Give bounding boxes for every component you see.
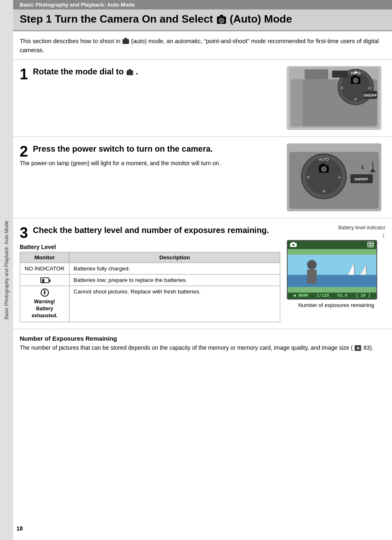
battery-row-3-monitor: ℹ Warning!Batteryexhausted. xyxy=(20,286,69,322)
intro-text-1: This section describes how to shoot in xyxy=(20,38,120,44)
step-2-left: 2 Press the power switch to turn on the … xyxy=(20,143,280,211)
camera-icon xyxy=(217,16,226,24)
step-2: 2 Press the power switch to turn on the … xyxy=(13,137,392,218)
step-3-heading: Check the battery level and number of ex… xyxy=(33,225,269,235)
svg-rect-42 xyxy=(307,270,317,284)
svg-rect-40 xyxy=(288,275,376,287)
svg-rect-34 xyxy=(292,242,295,244)
battery-level-indicator-label: Battery level indicator ↓ xyxy=(287,225,385,239)
svg-rect-14 xyxy=(291,79,303,127)
svg-text:P: P xyxy=(355,97,357,102)
lcd-camera-icon xyxy=(290,242,297,248)
svg-rect-9 xyxy=(353,75,357,78)
exposures-remaining-label: Number of exposures remaining xyxy=(287,302,385,308)
col-monitor: Monitor xyxy=(20,252,69,263)
page-title: Step 1 Turn the Camera On and Select (Au… xyxy=(20,13,385,25)
step-2-body: The power-on lamp (green) will light for… xyxy=(20,159,280,168)
header-subtitle: Basic Photography and Playback: Auto Mod… xyxy=(20,2,135,8)
battery-level-label: Battery Level xyxy=(20,244,280,250)
step-1-right: AUTO P S A ON/OFF xyxy=(287,66,385,130)
step-2-right: AUTO P S A ON/OFF xyxy=(287,143,385,211)
svg-text:A: A xyxy=(368,86,371,90)
step-2-number: 2 xyxy=(20,144,28,159)
battery-row-2-desc: Batteries low; prepare to replace the ba… xyxy=(69,274,280,286)
lcd-memory-icon xyxy=(367,242,374,248)
intro-camera-icon xyxy=(122,39,129,44)
mode-dial-svg: AUTO P S A ON/OFF xyxy=(289,67,379,128)
intro-text: This section describes how to shoot in (… xyxy=(13,31,392,60)
exposures-section: Number of Exposures Remaining The number… xyxy=(13,329,392,357)
power-switch-svg: AUTO P S A ON/OFF xyxy=(287,143,381,211)
step-3-left: 3 Check the battery level and number of … xyxy=(20,225,280,322)
battery-row-1-desc: Batteries fully charged. xyxy=(69,263,280,274)
svg-text:AUTO: AUTO xyxy=(319,157,329,162)
svg-rect-15 xyxy=(304,69,328,79)
exposures-text: The number of pictures that can be store… xyxy=(20,344,385,351)
step-1-number: 1 xyxy=(20,67,28,82)
battery-row-1: NO INDICATOR Batteries fully charged. xyxy=(20,263,280,274)
battery-row-3: ℹ Warning!Batteryexhausted. Cannot shoot… xyxy=(20,286,280,322)
step1-camera-icon xyxy=(127,70,133,75)
svg-text:P: P xyxy=(323,189,325,193)
svg-text:S: S xyxy=(341,86,343,90)
battery-row-3-desc: Cannot shoot pictures. Replace with fres… xyxy=(69,286,280,322)
svg-point-10 xyxy=(353,78,358,83)
step-3-right: Battery level indicator ↓ xyxy=(287,225,385,322)
svg-rect-38 xyxy=(369,245,373,246)
svg-text:ON/OFF: ON/OFF xyxy=(355,177,369,181)
sidebar: Basic Photography and Playback: Auto Mod… xyxy=(0,0,13,540)
battery-row-2: Batteries low; prepare to replace the ba… xyxy=(20,274,280,286)
step-3: 3 Check the battery level and number of … xyxy=(13,218,392,329)
svg-rect-16 xyxy=(332,71,348,78)
header-bar: Basic Photography and Playback: Auto Mod… xyxy=(13,0,392,9)
ref-icon: ■ xyxy=(355,345,361,351)
step-1: 1 Rotate the mode dial to . xyxy=(13,60,392,137)
exposures-heading: Number of Exposures Remaining xyxy=(20,335,385,342)
battery-row-1-monitor: NO INDICATOR xyxy=(20,263,69,274)
lcd-bottom-bar: ■ NORM 1/125 F2.8 [ 26 ] xyxy=(288,293,376,299)
battery-low-icon xyxy=(40,277,49,283)
lcd-aperture: F2.8 xyxy=(337,293,347,298)
main-content: Basic Photography and Playback: Auto Mod… xyxy=(13,0,392,357)
svg-point-27 xyxy=(321,166,326,171)
battery-icon-inner xyxy=(42,279,44,282)
col-description: Description xyxy=(69,252,280,263)
step-1-heading: Rotate the mode dial to . xyxy=(33,66,280,77)
mode-dial-image: AUTO P S A ON/OFF xyxy=(287,66,381,130)
lcd-inner: ■ NORM 1/125 F2.8 [ 26 ] xyxy=(288,241,376,299)
camera-lcd: ■ NORM 1/125 F2.8 [ 26 ] xyxy=(287,240,377,300)
title-text: Step 1 Turn the Camera On and Select xyxy=(20,13,213,25)
battery-table: Monitor Description NO INDICATOR Batteri… xyxy=(20,252,280,322)
svg-text:A: A xyxy=(338,175,341,179)
lcd-mode-indicator: ■ NORM xyxy=(293,293,308,298)
lcd-shutter: 1/125 xyxy=(317,293,329,298)
warning-icon: ℹ xyxy=(41,288,49,297)
svg-text:ON/OFF: ON/OFF xyxy=(364,93,377,97)
lcd-top-bar xyxy=(288,241,376,249)
sidebar-label: Basic Photography and Playback: Auto Mod… xyxy=(4,221,9,319)
svg-rect-36 xyxy=(368,242,374,247)
page-number: 18 xyxy=(16,525,23,532)
svg-rect-37 xyxy=(369,243,373,244)
power-switch-image: AUTO P S A ON/OFF xyxy=(287,143,381,211)
step-2-heading: Press the power switch to turn on the ca… xyxy=(33,143,280,154)
step-1-left: 1 Rotate the mode dial to . xyxy=(20,66,280,130)
title-suffix: (Auto) Mode xyxy=(230,13,292,25)
step-3-number: 3 xyxy=(20,226,28,240)
svg-point-35 xyxy=(292,244,295,246)
warning-text: Warning!Batteryexhausted. xyxy=(24,298,65,319)
lcd-exposures: [ 26 ] xyxy=(356,293,371,298)
svg-text:S: S xyxy=(307,175,310,179)
battery-row-2-monitor xyxy=(20,274,69,286)
svg-rect-26 xyxy=(321,164,325,166)
svg-point-41 xyxy=(307,260,317,270)
title-area: Step 1 Turn the Camera On and Select (Au… xyxy=(13,9,392,31)
lcd-scene xyxy=(288,249,376,293)
